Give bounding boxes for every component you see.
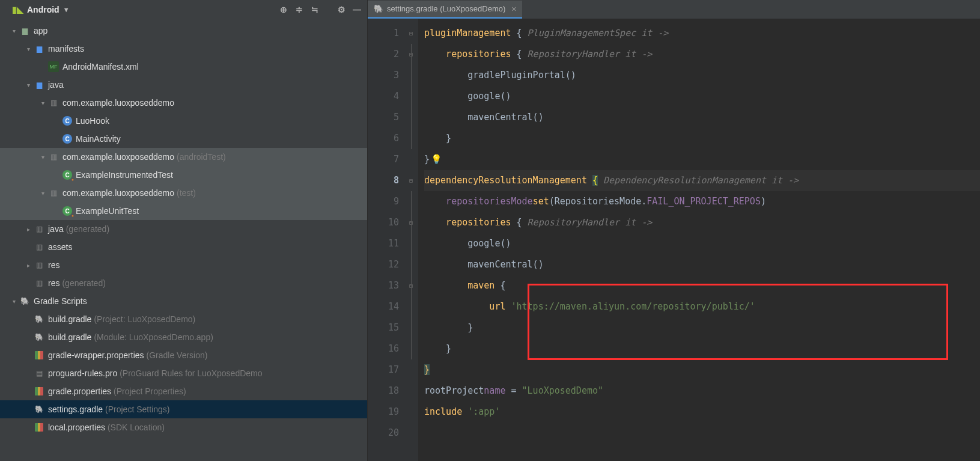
fold-handle[interactable]: ⊟ — [404, 23, 418, 44]
gradle-file-icon: 🐘 — [34, 314, 44, 325]
bulb-icon[interactable]: 💡 — [431, 154, 442, 165]
tree-node-java[interactable]: ▾▆java — [0, 76, 367, 94]
gutter[interactable]: 1 2 3 4 5 6 7 8 9 10 11 12 13 14 15 16 1… — [368, 19, 404, 461]
tree-node-mainactivity[interactable]: CMainActivity — [0, 130, 367, 148]
chevron-down-icon: ▼ — [63, 6, 70, 13]
properties-icon — [34, 422, 44, 433]
tree-node-assets[interactable]: ▸▥assets — [0, 238, 367, 256]
file-icon: ▤ — [34, 368, 44, 379]
project-tree[interactable]: ▾▆app ▾▆manifests MFAndroidManifest.xml … — [0, 19, 367, 461]
tree-node-settings[interactable]: 🐘settings.gradle(Project Settings) — [0, 400, 367, 418]
tree-node-manifests[interactable]: ▾▆manifests — [0, 40, 367, 58]
tree-node-gradle-props[interactable]: gradle.properties(Project Properties) — [0, 382, 367, 400]
module-icon: ▆ — [19, 25, 30, 36]
tree-node-manifest-file[interactable]: MFAndroidManifest.xml — [0, 58, 367, 76]
tree-node-app[interactable]: ▾▆app — [0, 22, 367, 40]
folder-icon: ▆ — [34, 43, 44, 54]
class-icon: C — [62, 134, 72, 144]
tree-node-pkg-main[interactable]: ▾▥com.example.luoxposeddemo — [0, 94, 367, 112]
expand-all-icon[interactable]: ≑ — [293, 3, 306, 16]
manifest-icon: MF — [48, 61, 59, 72]
gradle-file-icon: 🐘 — [34, 332, 44, 343]
hide-icon[interactable]: — — [350, 3, 364, 16]
fold-handle[interactable]: ⊟ — [404, 44, 418, 65]
tree-node-pkg-androidtest[interactable]: ▾▥com.example.luoxposeddemo(androidTest) — [0, 148, 367, 166]
tree-node-proguard[interactable]: ▤proguard-rules.pro(ProGuard Rules for L… — [0, 364, 367, 382]
package-icon: ▥ — [48, 151, 59, 162]
tree-node-ex-inst[interactable]: CExampleInstrumentedTest — [0, 166, 367, 184]
folder-icon: ▥ — [34, 260, 44, 270]
gen-folder-icon: ▥ — [34, 224, 44, 234]
tree-node-gradle-scripts[interactable]: ▾🐘Gradle Scripts — [0, 292, 367, 310]
tree-node-pkg-test[interactable]: ▾▥com.example.luoxposeddemo(test) — [0, 184, 367, 202]
package-icon: ▥ — [48, 97, 59, 108]
tree-node-build-proj[interactable]: 🐘build.gradle(Project: LuoXposedDemo) — [0, 310, 367, 328]
fold-handle[interactable]: ⊟ — [404, 170, 418, 191]
gear-icon[interactable]: ⚙ — [335, 3, 348, 16]
properties-icon — [34, 386, 44, 397]
tree-node-ex-unit[interactable]: CExampleUnitTest — [0, 202, 367, 220]
editor-tabs: 🐘 settings.gradle (LuoXposedDemo) × — [368, 0, 980, 19]
tree-node-luohook[interactable]: CLuoHook — [0, 112, 367, 130]
class-icon: C — [62, 116, 72, 126]
gen-folder-icon: ▥ — [34, 278, 44, 289]
test-class-icon: C — [62, 170, 72, 180]
tree-node-res[interactable]: ▸▥res — [0, 256, 367, 274]
tree-node-build-mod[interactable]: 🐘build.gradle(Module: LuoXposedDemo.app) — [0, 328, 367, 346]
package-icon: ▥ — [48, 188, 59, 198]
folder-icon: ▆ — [34, 79, 44, 90]
fold-handle[interactable]: ⊟ — [404, 212, 418, 233]
fold-column[interactable]: ⊟ ⊟ ⊟ ⊟ ⊟ — [404, 19, 418, 461]
tree-node-res-gen[interactable]: ▸▥res(generated) — [0, 274, 367, 292]
tree-node-java-gen[interactable]: ▸▥java(generated) — [0, 220, 367, 238]
fold-handle[interactable]: ⊟ — [404, 275, 418, 296]
gradle-icon: 🐘 — [19, 296, 30, 307]
collapse-all-icon[interactable]: ≒ — [308, 3, 321, 16]
gradle-file-icon: 🐘 — [374, 4, 383, 13]
close-icon[interactable]: × — [511, 4, 516, 14]
tree-node-wrapper[interactable]: gradle-wrapper.properties(Gradle Version… — [0, 346, 367, 364]
tab-settings-gradle[interactable]: 🐘 settings.gradle (LuoXposedDemo) × — [368, 1, 522, 19]
view-label: Android — [27, 5, 59, 14]
select-opened-file-icon[interactable]: ⊕ — [277, 3, 290, 16]
code-editor[interactable]: 1 2 3 4 5 6 7 8 9 10 11 12 13 14 15 16 1… — [368, 19, 980, 461]
test-class-icon: C — [62, 206, 72, 216]
android-icon: ▮◣ — [12, 5, 23, 14]
code-body[interactable]: pluginManagement { PluginManagementSpec … — [418, 19, 980, 461]
gradle-file-icon: 🐘 — [34, 404, 44, 415]
tree-node-local[interactable]: local.properties(SDK Location) — [0, 418, 367, 436]
folder-icon: ▥ — [34, 242, 44, 252]
properties-icon — [34, 350, 44, 361]
project-view-header[interactable]: ▮◣ Android ▼ ⊕ ≑ ≒ ⚙ — — [0, 0, 367, 19]
tab-label: settings.gradle (LuoXposedDemo) — [387, 4, 505, 13]
